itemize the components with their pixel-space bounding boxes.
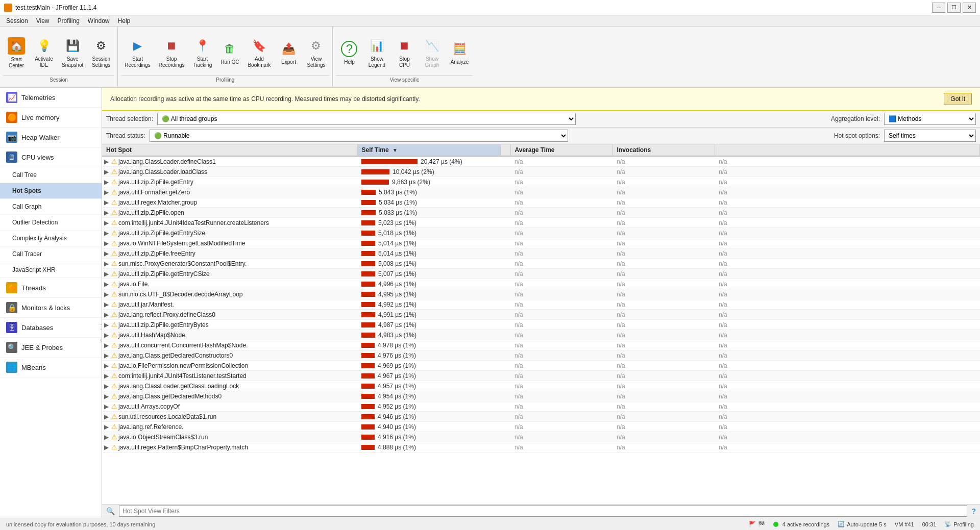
table-row[interactable]: ▶⚠java.util.Formatter.getZero5,043 µs (1… <box>102 187 980 197</box>
table-row[interactable]: ▶⚠java.util.zip.ZipFile.getEntrySize5,01… <box>102 228 980 238</box>
row-expander[interactable]: ▶ <box>104 250 111 257</box>
sidebar-item-cpu-views[interactable]: 🖥 CPU views <box>0 147 102 167</box>
table-row[interactable]: ▶⚠java.util.jar.Manifest.4,992 µs (1%)n/… <box>102 299 980 310</box>
minimize-button[interactable]: ─ <box>932 3 945 13</box>
hot-spot-options-select[interactable]: Self times <box>884 130 976 142</box>
table-row[interactable]: ▶⚠java.util.regex.Matcher.group5,034 µs … <box>102 197 980 208</box>
row-expander[interactable]: ▶ <box>104 301 111 308</box>
add-bookmark-button[interactable]: 🔖 AddBookmark <box>244 33 274 73</box>
row-expander[interactable]: ▶ <box>104 342 111 349</box>
col-hot-spot[interactable]: Hot Spot <box>102 144 357 156</box>
row-expander[interactable]: ▶ <box>104 240 111 247</box>
table-row[interactable]: ▶⚠java.util.Arrays.copyOf4,952 µs (1%)n/… <box>102 401 980 412</box>
stop-cpu-button[interactable]: ⏹ StopCPU <box>391 33 418 73</box>
col-avg-time[interactable]: Average Time <box>510 144 612 156</box>
table-row[interactable]: ▶⚠com.intellij.junit4.JUnit4TestListener… <box>102 371 980 381</box>
export-button[interactable]: 📤 Export <box>275 33 302 73</box>
table-row[interactable]: ▶⚠java.lang.Class.getDeclaredMethods04,9… <box>102 391 980 401</box>
sidebar-item-javascript-xhr[interactable]: JavaScript XHR <box>0 262 102 278</box>
row-expander[interactable]: ▶ <box>104 281 111 288</box>
table-row[interactable]: ▶⚠sun.nio.cs.UTF_8$Decoder.decodeArrayLo… <box>102 289 980 299</box>
sidebar-item-heap-walker[interactable]: 📷 Heap Walker <box>0 128 102 147</box>
sidebar-item-call-tree[interactable]: Call Tree <box>0 167 102 183</box>
row-expander[interactable]: ▶ <box>104 189 111 196</box>
row-expander[interactable]: ▶ <box>104 352 111 359</box>
session-settings-button[interactable]: ⚙ SessionSettings <box>88 33 114 73</box>
table-row[interactable]: ▶⚠java.util.regex.Pattern$BmpCharPropert… <box>102 442 980 452</box>
sidebar-item-monitors-locks[interactable]: 🔒 Monitors & locks <box>0 298 102 318</box>
row-expander[interactable]: ▶ <box>104 291 111 298</box>
table-row[interactable]: ▶⚠java.io.File.4,996 µs (1%)n/an/an/a <box>102 279 980 289</box>
table-row[interactable]: ▶⚠java.lang.ClassLoader.getClassLoadingL… <box>102 381 980 391</box>
row-expander[interactable]: ▶ <box>104 444 111 451</box>
row-expander[interactable]: ▶ <box>104 260 111 267</box>
row-expander[interactable]: ▶ <box>104 270 111 277</box>
menu-profiling[interactable]: Profiling <box>54 16 84 26</box>
row-expander[interactable]: ▶ <box>104 199 111 206</box>
row-expander[interactable]: ▶ <box>104 362 111 369</box>
stop-recordings-button[interactable]: ⏹ StopRecordings <box>155 33 188 73</box>
row-expander[interactable]: ▶ <box>104 423 111 431</box>
menu-help[interactable]: Help <box>114 16 135 26</box>
table-row[interactable]: ▶⚠java.io.ObjectStreamClass$3.run4,916 µ… <box>102 432 980 442</box>
menu-view[interactable]: View <box>32 16 54 26</box>
row-expander[interactable]: ▶ <box>104 372 111 380</box>
thread-selection-select[interactable]: 🟢 All thread groups <box>157 113 576 125</box>
aggregation-select[interactable]: 🟦 Methods <box>884 113 976 125</box>
table-row[interactable]: ▶⚠java.util.HashMap$Node.4,983 µs (1%)n/… <box>102 330 980 340</box>
start-tracking-button[interactable]: 📍 StartTracking <box>189 33 215 73</box>
sidebar-item-call-graph[interactable]: Call Graph <box>0 199 102 215</box>
activate-ide-button[interactable]: 💡 ActivateIDE <box>31 33 57 73</box>
row-expander[interactable]: ▶ <box>104 158 111 165</box>
help-button[interactable]: ? Help <box>336 33 362 73</box>
table-row[interactable]: ▶⚠java.io.WinNTFileSystem.getLastModifie… <box>102 238 980 248</box>
start-center-button[interactable]: 🏠 StartCenter <box>3 33 30 73</box>
table-row[interactable]: ▶⚠java.lang.ClassLoader.defineClass120,4… <box>102 156 980 167</box>
table-row[interactable]: ▶⚠sun.util.resources.LocaleData$1.run4,9… <box>102 412 980 422</box>
sidebar-item-live-memory[interactable]: 🟠 Live memory <box>0 108 102 128</box>
row-expander[interactable]: ▶ <box>104 179 111 186</box>
col-self-time[interactable]: Self Time ▼ <box>357 144 500 156</box>
sidebar-item-mbeans[interactable]: 🌐 MBeans <box>0 358 102 377</box>
filter-help-icon[interactable]: ? <box>971 507 976 515</box>
start-recordings-button[interactable]: ▶ StartRecordings <box>121 33 154 73</box>
row-expander[interactable]: ▶ <box>104 332 111 339</box>
table-row[interactable]: ▶⚠java.util.zip.ZipFile.getEntryCSize5,0… <box>102 269 980 279</box>
table-row[interactable]: ▶⚠java.io.FilePermission.newPermissionCo… <box>102 361 980 371</box>
sidebar-item-threads[interactable]: 🔶 Threads <box>0 278 102 298</box>
table-row[interactable]: ▶⚠java.util.zip.ZipFile.getEntryBytes4,9… <box>102 320 980 330</box>
row-expander[interactable]: ▶ <box>104 209 111 216</box>
sidebar-item-telemetries[interactable]: 📈 Telemetries <box>0 88 102 108</box>
col-invocations[interactable]: Invocations <box>612 144 715 156</box>
row-expander[interactable]: ▶ <box>104 230 111 237</box>
sidebar-item-outlier-detection[interactable]: Outlier Detection <box>0 215 102 231</box>
sidebar-item-complexity-analysis[interactable]: Complexity Analysis <box>0 231 102 246</box>
row-expander[interactable]: ▶ <box>104 413 111 420</box>
got-it-button[interactable]: Got it <box>944 93 972 105</box>
show-graph-button[interactable]: 📉 ShowGraph <box>419 33 445 73</box>
analyze-button[interactable]: 🧮 Analyze <box>446 33 473 73</box>
row-expander[interactable]: ▶ <box>104 403 111 410</box>
show-legend-button[interactable]: 📊 ShowLegend <box>363 33 390 73</box>
save-snapshot-button[interactable]: 💾 SaveSnapshot <box>58 33 87 73</box>
sidebar-item-hot-spots[interactable]: Hot Spots <box>0 183 102 199</box>
table-row[interactable]: ▶⚠java.lang.reflect.Proxy.defineClass04,… <box>102 310 980 320</box>
restore-button[interactable]: ☐ <box>947 3 961 13</box>
row-expander[interactable]: ▶ <box>104 393 111 400</box>
row-expander[interactable]: ▶ <box>104 434 111 441</box>
table-row[interactable]: ▶⚠com.intellij.junit4.JUnit4IdeaTestRunn… <box>102 218 980 228</box>
table-row[interactable]: ▶⚠java.util.zip.ZipFile.open5,033 µs (1%… <box>102 208 980 218</box>
row-expander[interactable]: ▶ <box>104 219 111 226</box>
row-expander[interactable]: ▶ <box>104 383 111 390</box>
table-row[interactable]: ▶⚠java.util.zip.ZipFile.getEntry9,863 µs… <box>102 177 980 187</box>
table-row[interactable]: ▶⚠java.lang.ClassLoader.loadClass10,042 … <box>102 167 980 177</box>
filter-input[interactable] <box>119 506 967 517</box>
sidebar-item-call-tracer[interactable]: Call Tracer <box>0 246 102 262</box>
sidebar-item-databases[interactable]: 🗄 Databases <box>0 318 102 338</box>
close-button[interactable]: ✕ <box>963 3 976 13</box>
table-row[interactable]: ▶⚠java.lang.ref.Reference.4,940 µs (1%)n… <box>102 422 980 432</box>
table-row[interactable]: ▶⚠java.util.zip.ZipFile.freeEntry5,014 µ… <box>102 248 980 259</box>
table-row[interactable]: ▶⚠sun.misc.ProxyGenerator$ConstantPool$E… <box>102 259 980 269</box>
menu-session[interactable]: Session <box>2 16 32 26</box>
row-expander[interactable]: ▶ <box>104 168 111 175</box>
